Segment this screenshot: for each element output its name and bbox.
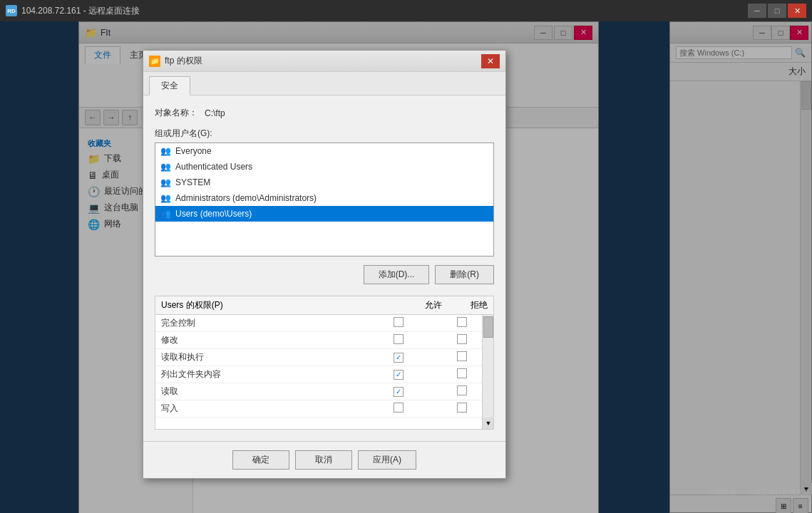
dialog-tab-security[interactable]: 安全 [149, 76, 190, 95]
rdp-title: 104.208.72.161 - 远程桌面连接 [21, 5, 748, 17]
perm-allow-read[interactable] [394, 387, 404, 397]
user-label-users: Users (demo\Users) [175, 209, 252, 219]
perm-name-list: 列出文件夹内容 [155, 366, 366, 383]
user-item-authenticated[interactable]: 👥 Authenticated Users [155, 159, 493, 175]
user-label-system: SYSTEM [175, 177, 210, 187]
users-list[interactable]: 👥 Everyone 👥 Authenticated Users 👥 SYSTE… [155, 142, 494, 256]
perm-allow-execute[interactable] [394, 353, 404, 363]
user-item-everyone[interactable]: 👥 Everyone [155, 143, 493, 159]
dialog-title-icon: 📁 [149, 56, 160, 67]
rdp-controls: ─ □ ✕ [748, 4, 806, 18]
object-name-value: C:\ftp [205, 108, 225, 118]
perm-row-modify: 修改 [155, 332, 493, 349]
permissions-scroll[interactable]: 完全控制 修改 读取和执行 [155, 315, 493, 429]
ftp-permissions-dialog: 📁 ftp 的权限 ✕ 安全 对象名称： C:\ftp 组或用户名(G): 👥 … [143, 50, 506, 479]
permissions-label: Users 的权限(P) [161, 299, 223, 311]
rdp-maximize-button[interactable]: □ [768, 4, 786, 18]
object-name-row: 对象名称： C:\ftp [155, 107, 494, 119]
dialog-body: 对象名称： C:\ftp 组或用户名(G): 👥 Everyone 👥 Auth… [143, 95, 505, 441]
perm-deny-list[interactable] [457, 368, 467, 378]
apply-button[interactable]: 应用(A) [358, 450, 416, 470]
dialog-close-button[interactable]: ✕ [481, 54, 500, 68]
user-item-system[interactable]: 👥 SYSTEM [155, 175, 493, 190]
perm-allow-modify[interactable] [394, 334, 404, 344]
user-icon-authenticated: 👥 [160, 161, 171, 172]
rdp-minimize-button[interactable]: ─ [748, 4, 766, 18]
perm-deny-full[interactable] [457, 317, 467, 327]
rdp-icon: RD [6, 5, 17, 16]
permissions-section: Users 的权限(P) 允许 拒绝 完全控制 [155, 296, 494, 430]
dialog-title: ftp 的权限 [165, 55, 481, 67]
deny-header: 拒绝 [471, 299, 488, 311]
remove-button[interactable]: 删除(R) [435, 265, 494, 284]
user-label-authenticated: Authenticated Users [175, 162, 252, 172]
perm-name-write: 写入 [155, 400, 366, 418]
perm-name-full: 完全控制 [155, 315, 366, 332]
permissions-table: 完全控制 修改 读取和执行 [155, 315, 493, 418]
perm-deny-read[interactable] [457, 385, 467, 395]
user-icon-system: 👥 [160, 177, 171, 188]
perm-row-write: 写入 [155, 400, 493, 418]
user-label-administrators: Administrators (demo\Administrators) [175, 193, 317, 203]
cancel-button[interactable]: 取消 [295, 450, 352, 470]
allow-header: 允许 [425, 299, 442, 311]
perm-allow-full[interactable] [394, 317, 404, 327]
perm-scrollbar: ▼ [482, 315, 493, 429]
group-users-label: 组或用户名(G): [155, 128, 494, 140]
user-icon-users: 👥 [160, 208, 171, 219]
perm-scrollbar-thumb[interactable] [483, 316, 493, 338]
user-item-administrators[interactable]: 👥 Administrators (demo\Administrators) [155, 190, 493, 206]
perm-row-list: 列出文件夹内容 [155, 366, 493, 383]
perm-row-read: 读取 [155, 383, 493, 400]
rdp-titlebar: RD 104.208.72.161 - 远程桌面连接 ─ □ ✕ [0, 0, 812, 21]
dialog-footer: 确定 取消 应用(A) [143, 441, 505, 478]
dialog-titlebar: 📁 ftp 的权限 ✕ [143, 51, 505, 72]
perm-scroll-down[interactable]: ▼ [483, 418, 493, 429]
perm-row-execute: 读取和执行 [155, 349, 493, 366]
object-name-label: 对象名称： [155, 107, 205, 119]
add-remove-row: 添加(D)... 删除(R) [155, 265, 494, 284]
user-icon-administrators: 👥 [160, 192, 171, 204]
perm-name-read: 读取 [155, 383, 366, 400]
perm-deny-modify[interactable] [457, 334, 467, 344]
perm-deny-execute[interactable] [457, 351, 467, 361]
dialog-tabs: 安全 [143, 72, 505, 95]
add-button[interactable]: 添加(D)... [364, 265, 430, 284]
ok-button[interactable]: 确定 [232, 450, 289, 470]
rdp-close-button[interactable]: ✕ [788, 4, 806, 18]
user-item-users[interactable]: 👥 Users (demo\Users) [155, 206, 493, 222]
rdp-content: 📁 FIt ─ □ ✕ 文件 主页 共 ← → ↑ 收藏夹 [0, 21, 812, 513]
perm-allow-write[interactable] [394, 403, 404, 413]
perm-allow-list[interactable] [394, 370, 404, 380]
perm-row-full: 完全控制 [155, 315, 493, 332]
user-label-everyone: Everyone [175, 146, 212, 156]
perm-name-execute: 读取和执行 [155, 349, 366, 366]
perm-name-modify: 修改 [155, 332, 366, 349]
perm-deny-write[interactable] [457, 403, 467, 413]
user-icon-everyone: 👥 [160, 145, 171, 157]
permissions-wrapper: 完全控制 修改 读取和执行 [155, 315, 493, 429]
